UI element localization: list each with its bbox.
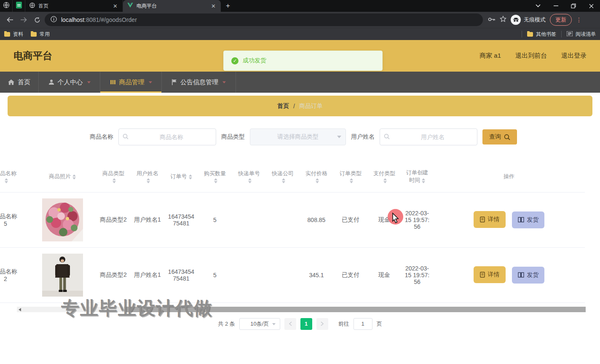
header-links: 商家 a1 退出到前台 退出登录 xyxy=(479,52,587,60)
user-name-input-wrap xyxy=(380,128,477,145)
url-bar[interactable]: localhost:8081/#/goodsOrder xyxy=(45,13,483,26)
goto-page-input[interactable] xyxy=(354,318,372,330)
detail-button[interactable]: 详情 xyxy=(474,211,506,228)
update-button[interactable]: 更新 xyxy=(550,14,572,26)
goto-label: 前往 xyxy=(338,320,349,328)
user-name-input[interactable] xyxy=(380,128,477,145)
page-size-select[interactable]: 10条/页 xyxy=(239,318,280,330)
prev-page-button[interactable] xyxy=(284,318,296,330)
nav-item-announcement[interactable]: 公告信息管理 xyxy=(162,72,236,93)
goods-name-input[interactable] xyxy=(118,128,216,145)
pinned-tab-sheet[interactable] xyxy=(13,0,25,12)
tab-close-icon[interactable]: ✕ xyxy=(112,3,118,10)
ship-label: 发货 xyxy=(527,271,538,279)
forward-button[interactable] xyxy=(18,14,29,26)
detail-label: 详情 xyxy=(488,216,500,223)
sort-icon[interactable] xyxy=(248,178,252,183)
col-header-actions: 操作 xyxy=(433,161,585,192)
new-tab-button[interactable]: + xyxy=(221,2,235,10)
cell-goods-name: 商品名称5 xyxy=(0,192,29,247)
nav-item-profile[interactable]: 个人中心 xyxy=(39,72,100,93)
reading-list-button[interactable]: 阅读清单 xyxy=(567,31,596,38)
nav-label: 首页 xyxy=(18,78,30,86)
flag-icon xyxy=(171,79,177,85)
sort-icon[interactable] xyxy=(214,178,217,183)
main-nav: 首页 个人中心 商品管理 公告信息管理 xyxy=(0,72,600,93)
globe-icon xyxy=(29,3,35,9)
col-header-photo: 商品照片 xyxy=(29,161,96,192)
bookmark-folder-ziliao[interactable]: 资料 xyxy=(4,31,23,38)
col-label: 商品类型 xyxy=(102,170,124,177)
col-label: 商品照片 xyxy=(49,173,71,179)
sort-icon[interactable] xyxy=(147,178,150,183)
tab-title: 首页 xyxy=(38,3,109,10)
col-header-user-name: 用户姓名 xyxy=(131,161,164,192)
exit-to-front-link[interactable]: 退出到前台 xyxy=(515,52,547,60)
info-icon[interactable] xyxy=(51,16,57,24)
url-text[interactable]: localhost:8081/#/goodsOrder xyxy=(61,16,137,23)
goods-type-label: 商品类型 xyxy=(221,133,245,141)
sort-icon[interactable] xyxy=(5,178,8,183)
next-page-button[interactable] xyxy=(316,318,328,330)
browser-tab-shop[interactable]: 电商平台 ✕ xyxy=(123,0,221,12)
cell-pay-type: 现金 xyxy=(367,247,401,302)
folder-icon xyxy=(4,32,10,37)
close-window-button[interactable] xyxy=(582,0,600,12)
sort-icon[interactable] xyxy=(422,178,425,183)
ship-button[interactable]: 发货 xyxy=(512,211,544,228)
query-button[interactable]: 查询 xyxy=(482,129,517,145)
minimize-button[interactable] xyxy=(547,0,565,12)
cell-actions: 详情 发货 xyxy=(433,247,585,302)
col-header-goods-type: 商品类型 xyxy=(96,161,131,192)
ship-button[interactable]: 发货 xyxy=(512,267,544,284)
sort-icon[interactable] xyxy=(383,178,387,183)
screen: 首页 ✕ 电商平台 ✕ + xyxy=(0,0,600,364)
browser-menu-icon[interactable]: ⋮ xyxy=(576,16,582,23)
separator xyxy=(561,31,562,37)
col-label: 快递公司 xyxy=(272,170,294,177)
search-icon xyxy=(123,134,129,141)
nav-item-goods[interactable]: 商品管理 xyxy=(100,72,162,93)
goods-icon xyxy=(110,79,116,85)
col-header-goods-name: 商品名称 xyxy=(0,161,29,192)
cell-goods-type: 商品类型2 xyxy=(96,247,131,302)
breadcrumb-home[interactable]: 首页 xyxy=(277,102,289,110)
reload-button[interactable] xyxy=(31,14,43,26)
star-icon[interactable] xyxy=(500,16,506,24)
cell-order-type: 已支付 xyxy=(334,192,367,247)
sort-icon[interactable] xyxy=(72,174,76,179)
goods-name-label: 商品名称 xyxy=(90,133,113,141)
sort-icon[interactable] xyxy=(282,178,285,183)
ship-label: 发货 xyxy=(527,216,538,224)
sort-icon[interactable] xyxy=(316,178,319,183)
document-icon xyxy=(479,217,485,222)
col-header-tracking-no: 快递单号 xyxy=(232,161,266,192)
detail-button[interactable]: 详情 xyxy=(474,266,506,283)
col-header-created-time: 订单创建时间 xyxy=(401,161,433,192)
goods-type-select[interactable]: 请选择商品类型 xyxy=(250,128,346,145)
pinned-tab-globe[interactable] xyxy=(0,0,13,12)
logout-link[interactable]: 退出登录 xyxy=(561,52,587,60)
col-label: 用户姓名 xyxy=(137,170,158,177)
cell-user-name: 用户姓名1 xyxy=(131,247,164,302)
sort-icon[interactable] xyxy=(189,174,192,179)
current-page-button[interactable]: 1 xyxy=(300,318,312,330)
sort-icon[interactable] xyxy=(350,178,353,183)
key-icon[interactable] xyxy=(488,16,496,24)
sort-icon[interactable] xyxy=(112,178,116,183)
other-bookmarks-button[interactable]: 其他书签 xyxy=(527,31,556,38)
table-row: 商品名称5 xyxy=(0,192,585,247)
restore-button[interactable] xyxy=(565,0,582,12)
cell-actions: 详情 发货 xyxy=(433,192,585,247)
tab-close-icon[interactable]: ✕ xyxy=(210,3,217,10)
window-controls xyxy=(529,0,600,12)
nav-item-home[interactable]: 首页 xyxy=(0,72,39,93)
browser-tab-home[interactable]: 首页 ✕ xyxy=(25,0,123,12)
bookmark-folder-changyong[interactable]: 常用 xyxy=(31,31,50,38)
url-path: :8081/#/goodsOrder xyxy=(84,16,137,23)
tab-search-chevron-icon[interactable] xyxy=(529,0,547,12)
nav-label: 个人中心 xyxy=(58,78,83,86)
scroll-left-arrow-icon[interactable] xyxy=(19,308,21,311)
back-button[interactable] xyxy=(4,14,16,26)
nav-label: 公告信息管理 xyxy=(180,78,218,86)
